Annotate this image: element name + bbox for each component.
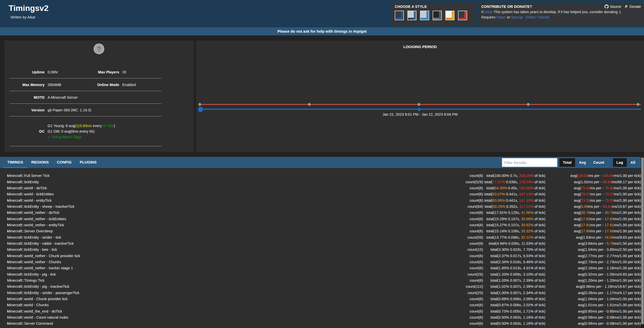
timing-row[interactable]: ▶Minecraft::world - Chunkscount(6)total(… (0, 302, 644, 308)
timing-name[interactable]: Minecraft::Timings Tick (7, 278, 45, 282)
timing-row[interactable]: Minecraft::world - Count natural mobscou… (0, 314, 644, 320)
style-swatch-light-blue[interactable] (420, 11, 429, 20)
expand-arrow-icon[interactable]: ▶ (0, 174, 7, 177)
timing-name[interactable]: Minecraft::tickEntity - sheep - inactive… (7, 204, 74, 209)
timing-row[interactable]: Minecraft::tickEntity - bee - tickcount(… (0, 247, 644, 253)
timing-name[interactable]: Minecraft::world - Chunk provider tick (7, 297, 68, 301)
video-tutorial-link[interactable]: [Video Tutorial] (526, 15, 549, 19)
sort-button-count[interactable]: Count (590, 158, 608, 167)
filter-input[interactable] (502, 158, 557, 167)
timing-name[interactable]: Minecraft::tickEntity - rabbit - inactiv… (7, 241, 74, 245)
timing-total: total(1.02% 0.007s, 2.39% of tick) (483, 284, 545, 289)
timing-row[interactable]: ▶Minecraft::world_nether - Chunkscount(6… (0, 259, 644, 265)
scrollbar-thumb[interactable] (641, 157, 644, 324)
timing-row[interactable]: ▶Minecraft::world - Chunk provider tickc… (0, 296, 644, 302)
timing-row[interactable]: ▶Minecraft::world_nether - doTickcount(6… (0, 210, 644, 216)
style-swatch-light-orange[interactable] (445, 11, 454, 20)
expand-arrow-icon[interactable]: ▶ (0, 187, 7, 189)
expand-arrow-icon[interactable]: ▶ (0, 180, 7, 183)
sort-button-total[interactable]: Total (559, 158, 575, 167)
timing-name[interactable]: Minecraft::world - doTick (7, 186, 47, 190)
timing-name[interactable]: Minecraft::world - tickEntities (7, 192, 54, 196)
timing-avg: avg(73.57ms per - 73.57ms/1.00 per tick) (545, 192, 641, 196)
timing-row[interactable]: Minecraft::tickEntity - rabbit - inactiv… (0, 240, 644, 247)
style-swatch-light-navy[interactable] (407, 11, 417, 20)
info-value: 20 (122, 70, 161, 74)
expand-arrow-icon[interactable]: ▶ (0, 254, 7, 257)
timing-name[interactable]: Minecraft::tickEntity (7, 180, 39, 184)
tab-plugins[interactable]: PLUGINS (76, 157, 101, 168)
timing-name[interactable]: Minecraft::world - entityTick (7, 198, 52, 202)
logging-period-panel: LOGGING PERIOD Jan 22, 2023 9:01 PM - Ja… (196, 40, 644, 152)
timing-name[interactable]: Minecraft::world_nether - doTick (7, 211, 59, 215)
timing-row[interactable]: Minecraft::tickEntity - pig - inactiveTi… (0, 283, 644, 290)
timing-row[interactable]: Minecraft::tickEntity - strider - tickco… (0, 234, 644, 240)
expand-arrow-icon[interactable]: ▶ (0, 310, 7, 313)
expand-arrow-icon[interactable]: ▶ (0, 193, 7, 196)
timing-row[interactable]: ▶Minecraft::world - entityTickcount(6)to… (0, 197, 644, 203)
timing-row[interactable]: Minecraft::tickEntity - sheep - inactive… (0, 203, 644, 210)
sort-button-avg[interactable]: Avg (575, 158, 590, 167)
timing-row[interactable]: ▶Minecraft::world_nether - Chunk provide… (0, 253, 644, 259)
expand-arrow-icon[interactable]: ▶ (0, 298, 7, 300)
timing-name[interactable]: Minecraft::world_nether - entityTick (7, 223, 64, 227)
donate-link[interactable]: P Donate (625, 5, 641, 9)
timing-name[interactable]: Minecraft::Server Command (7, 321, 53, 325)
timing-name[interactable]: Minecraft::world_nether - tracker stage … (7, 266, 73, 270)
info-label: Max Memory (10, 83, 48, 87)
sponge-link[interactable]: Sponge (511, 15, 523, 19)
expand-arrow-icon[interactable]: ▶ (0, 260, 7, 263)
timing-row[interactable]: ▶Minecraft::world_nether - tickEntitiesc… (0, 216, 644, 222)
sort-button-all[interactable]: All (627, 158, 639, 167)
timing-row[interactable]: Minecraft::world_nether - tracker stage … (0, 265, 644, 271)
sort-button-lag[interactable]: Lag (613, 158, 627, 167)
expand-arrow-icon[interactable]: ▶ (0, 217, 7, 220)
source-link-label: Source (610, 5, 621, 9)
timing-name[interactable]: Minecraft::world_the_end - doTick (7, 309, 62, 313)
timing-name[interactable]: Minecraft::tickEntity - bee - tick (7, 248, 57, 252)
timing-name[interactable]: Minecraft::world_nether - Chunks (7, 260, 61, 264)
timing-name[interactable]: Minecraft::Server Oversleep (7, 229, 53, 233)
timing-avg: avg(0.32ms per - 1.55ms/4.83 per tick) (545, 272, 641, 276)
timing-total: total(1.33% 0.009s, 3.10% of tick) (483, 272, 545, 276)
timing-name[interactable]: Minecraft::tickEntity - pig - tick (7, 272, 56, 276)
timing-name[interactable]: Minecraft::world_nether - Chunk provider… (7, 254, 80, 258)
timing-row[interactable]: ▶Minecraft::Full Server Tickcount(6)tota… (0, 173, 644, 179)
source-link[interactable]: Source (605, 5, 621, 9)
expand-arrow-icon[interactable]: ▶ (0, 211, 7, 214)
expand-arrow-icon[interactable]: ▶ (0, 199, 7, 202)
timing-row[interactable]: ▶Minecraft::tickEntitycount(529)total(77… (0, 179, 644, 185)
timing-name[interactable]: Minecraft::Full Server Tick (7, 174, 50, 178)
expand-arrow-icon[interactable]: ▶ (0, 304, 7, 306)
swatch-accent-right (401, 11, 403, 20)
timing-row[interactable]: ▶Minecraft::world_the_end - doTickcount(… (0, 308, 644, 314)
style-swatch-black-gray[interactable] (433, 11, 442, 20)
tab-regions[interactable]: REGIONS (27, 157, 53, 168)
timing-row[interactable]: ▶Minecraft::world - tickEntitiescount(6)… (0, 191, 644, 197)
timing-name[interactable]: Minecraft::tickEntity - strider - tick (7, 235, 61, 239)
timing-row[interactable]: Minecraft::Timings Tickcount(6)total(1.0… (0, 277, 644, 283)
style-swatch-dark-red[interactable] (458, 11, 467, 20)
server-info-panel: ? Uptime0.06hrMax Players20Max Memory290… (5, 40, 194, 152)
timing-name[interactable]: Minecraft::tickEntity - strider - passen… (7, 291, 79, 295)
timing-name[interactable]: Minecraft::tickEntity - pig - inactiveTi… (7, 284, 69, 289)
timing-row[interactable]: Minecraft::tickEntity - strider - passen… (0, 290, 644, 296)
expand-arrow-icon[interactable]: ▶ (0, 230, 7, 233)
style-swatch-dark-blue[interactable] (395, 11, 404, 20)
timing-row[interactable]: ▶Minecraft::world_nether - entityTickcou… (0, 222, 644, 228)
timing-row[interactable]: ▶Minecraft::world - doTickcount(6)total(… (0, 185, 644, 191)
timing-name[interactable]: Minecraft::world - Chunks (7, 303, 49, 307)
tab-timings[interactable]: TIMINGS (3, 157, 27, 168)
expand-arrow-icon[interactable]: ▶ (0, 322, 7, 325)
timing-name[interactable]: Minecraft::world_nether - tickEntities (7, 217, 66, 221)
timing-row[interactable]: Minecraft::tickEntity - chicken - tickco… (0, 327, 644, 328)
timing-name[interactable]: Minecraft::world - Count natural mobs (7, 315, 68, 319)
paper-link[interactable]: Paper (496, 15, 506, 19)
timing-row[interactable]: ▶Minecraft::Server Commandcount(6)total(… (0, 320, 644, 326)
timing-row[interactable]: Minecraft::tickEntity - pig - tickcount(… (0, 271, 644, 277)
scrollbar-track[interactable] (641, 157, 644, 328)
expand-arrow-icon[interactable]: ▶ (0, 223, 7, 226)
timing-row[interactable]: ▶Minecraft::Server Oversleepcount(6)tota… (0, 228, 644, 234)
aikar-link[interactable]: Aikar (485, 10, 493, 14)
tab-config[interactable]: CONFIG (53, 157, 76, 168)
